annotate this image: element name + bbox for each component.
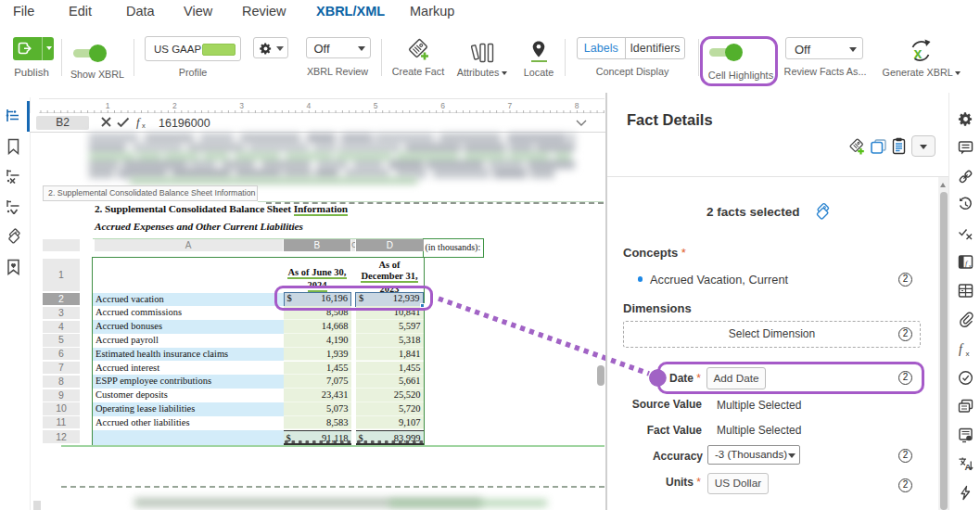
svg-text:x: x bbox=[914, 45, 923, 61]
svg-text:6: 6 bbox=[440, 101, 445, 110]
svg-text:8: 8 bbox=[575, 101, 579, 110]
svg-text:f: f bbox=[959, 342, 964, 356]
svg-text:x: x bbox=[142, 121, 146, 129]
svg-text:2: 2 bbox=[172, 101, 177, 110]
svg-text:3: 3 bbox=[239, 101, 244, 110]
svg-text:x: x bbox=[966, 350, 970, 358]
svg-text:4: 4 bbox=[307, 101, 312, 110]
svg-text:5: 5 bbox=[374, 101, 378, 110]
svg-text:7: 7 bbox=[507, 101, 512, 110]
svg-text:A: A bbox=[965, 462, 972, 472]
svg-text:1: 1 bbox=[106, 101, 110, 110]
